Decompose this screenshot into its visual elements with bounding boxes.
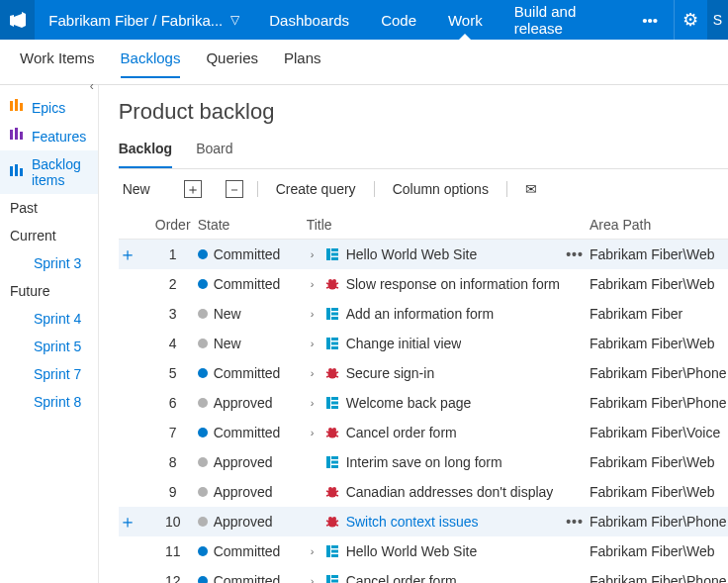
expand-icon[interactable]: › <box>307 367 318 379</box>
item-state: Approved <box>198 514 307 530</box>
ellipsis-icon: ••• <box>642 12 658 29</box>
backlog-row[interactable]: ＋11Committed›Hello World Web Site•••Fabr… <box>119 536 728 566</box>
item-title[interactable]: Switch context issues <box>346 514 479 530</box>
svg-line-33 <box>326 376 329 377</box>
svg-point-14 <box>328 279 332 283</box>
backlog-row[interactable]: ＋8ApprovedInterim save on long form•••Fa… <box>119 447 728 477</box>
expand-icon[interactable]: › <box>307 308 318 320</box>
hub-queries[interactable]: Queries <box>206 49 258 76</box>
col-header-title[interactable]: Title <box>307 217 560 233</box>
backlog-row[interactable]: ＋4New›Change initial view•••Fabrikam Fib… <box>119 329 728 358</box>
svg-rect-10 <box>331 248 338 251</box>
col-header-area[interactable]: Area Path <box>590 217 728 233</box>
expand-icon[interactable]: › <box>307 397 318 409</box>
item-title[interactable]: Hello World Web Site <box>346 246 478 262</box>
epics-icon <box>10 99 24 116</box>
backlog-row[interactable]: ＋6Approved›Welcome back page•••Fabrikam … <box>119 388 728 418</box>
sprint-sprint-3[interactable]: Sprint 3 <box>0 249 98 277</box>
item-title[interactable]: Canadian addresses don't display <box>346 484 554 500</box>
subtab-backlog[interactable]: Backlog <box>119 137 172 168</box>
backlog-row[interactable]: ＋2Committed›Slow response on information… <box>119 269 728 299</box>
backlog-row[interactable]: ＋5Committed›Secure sign-in•••Fabrikam Fi… <box>119 358 728 388</box>
svg-point-30 <box>332 368 336 372</box>
add-child-icon[interactable]: ＋ <box>119 244 136 264</box>
sprint-sprint-8[interactable]: Sprint 8 <box>0 388 98 416</box>
column-options-button[interactable]: Column options <box>389 179 493 199</box>
state-dot-icon <box>198 398 208 408</box>
item-title[interactable]: Secure sign-in <box>346 365 435 381</box>
item-title[interactable]: Cancel order form <box>346 573 457 583</box>
new-item-button[interactable]: New <box>119 179 154 199</box>
expand-icon[interactable]: › <box>307 248 318 260</box>
add-child-icon[interactable]: ＋ <box>119 512 136 532</box>
svg-rect-37 <box>331 402 338 405</box>
item-area-path: Fabrikam Fiber\Web <box>590 543 728 559</box>
expand-icon[interactable]: › <box>307 278 318 290</box>
add-child-button[interactable]: ＋ <box>184 180 202 198</box>
remove-button[interactable]: － <box>226 180 243 198</box>
svg-rect-46 <box>326 456 330 468</box>
nav-item-build-and-release[interactable]: Build and release <box>499 0 627 40</box>
hub-backlogs[interactable]: Backlogs <box>121 49 181 78</box>
svg-line-19 <box>335 287 338 288</box>
svg-line-55 <box>326 495 329 496</box>
hub-plans[interactable]: Plans <box>284 49 321 76</box>
backlog-row[interactable]: ＋1Committed›Hello World Web Site•••Fabri… <box>119 240 728 269</box>
svg-line-62 <box>326 525 329 526</box>
nav-item-work[interactable]: Work <box>432 0 499 40</box>
item-title[interactable]: Welcome back page <box>346 395 472 411</box>
backlog-row[interactable]: ＋3New›Add an information form•••Fabrikam… <box>119 299 728 329</box>
backlog-row[interactable]: ＋10ApprovedSwitch context issues•••Fabri… <box>119 507 728 536</box>
item-area-path: Fabrikam Fiber\Web <box>590 246 728 262</box>
sprint-sprint-4[interactable]: Sprint 4 <box>0 305 98 333</box>
sprint-sprint-5[interactable]: Sprint 5 <box>0 333 98 360</box>
item-title[interactable]: Hello World Web Site <box>346 543 478 559</box>
item-title[interactable]: Slow response on information form <box>346 276 560 292</box>
project-breadcrumb[interactable]: Fabrikam Fiber / Fabrika... ▽ <box>35 0 253 40</box>
hub-work-items[interactable]: Work Items <box>20 49 95 76</box>
sprint-sprint-7[interactable]: Sprint 7 <box>0 360 98 388</box>
gear-icon: ⚙ <box>682 9 698 31</box>
sidebar-collapse-handle[interactable]: ‹ <box>90 79 94 93</box>
iteration-group-future[interactable]: Future <box>0 277 98 305</box>
pbi-icon <box>324 543 340 559</box>
svg-line-31 <box>326 372 329 373</box>
svg-rect-49 <box>331 465 338 468</box>
email-button[interactable]: ✉ <box>521 179 541 199</box>
vsts-logo-icon[interactable] <box>0 0 35 40</box>
sidebar-item-backlog-items[interactable]: Backlog items <box>0 150 98 194</box>
nav-item-code[interactable]: Code <box>365 0 432 40</box>
col-header-order[interactable]: Order <box>148 217 198 233</box>
backlog-row[interactable]: ＋7Committed›Cancel order form•••Fabrikam… <box>119 418 728 447</box>
iteration-group-current[interactable]: Current <box>0 222 98 249</box>
expand-icon[interactable]: › <box>307 427 318 438</box>
sidebar-item-epics[interactable]: Epics <box>0 93 98 122</box>
backlog-row[interactable]: ＋12Committed›Cancel order form•••Fabrika… <box>119 566 728 583</box>
item-title[interactable]: Change initial view <box>346 336 462 351</box>
expand-icon[interactable]: › <box>307 545 318 557</box>
nav-more-button[interactable]: ••• <box>626 0 674 40</box>
create-query-button[interactable]: Create query <box>272 179 360 199</box>
row-actions-button[interactable]: ••• <box>566 246 584 262</box>
pbi-icon <box>324 306 340 322</box>
expand-icon[interactable]: › <box>307 338 318 349</box>
sidebar-item-features[interactable]: Features <box>0 122 98 150</box>
nav-overflow[interactable]: S <box>707 0 728 40</box>
settings-button[interactable]: ⚙ <box>674 0 707 40</box>
col-header-state[interactable]: State <box>198 217 307 233</box>
row-actions-button[interactable]: ••• <box>566 514 584 530</box>
iteration-group-past[interactable]: Past <box>0 194 98 222</box>
project-breadcrumb-label: Fabrikam Fiber / Fabrika... <box>48 12 223 29</box>
sidebar-item-label: Backlog items <box>32 156 88 188</box>
svg-point-40 <box>328 428 332 432</box>
item-title[interactable]: Add an information form <box>346 306 494 322</box>
item-title[interactable]: Cancel order form <box>346 425 457 440</box>
page-title: Product backlog <box>119 99 728 125</box>
subtab-board[interactable]: Board <box>196 137 232 168</box>
pbi-icon <box>324 336 340 351</box>
backlog-row[interactable]: ＋9ApprovedCanadian addresses don't displ… <box>119 477 728 507</box>
expand-icon[interactable]: › <box>307 575 318 583</box>
item-area-path: Fabrikam Fiber\Phone <box>590 514 728 530</box>
nav-item-dashboards[interactable]: Dashboards <box>253 0 365 40</box>
item-title[interactable]: Interim save on long form <box>346 454 502 470</box>
